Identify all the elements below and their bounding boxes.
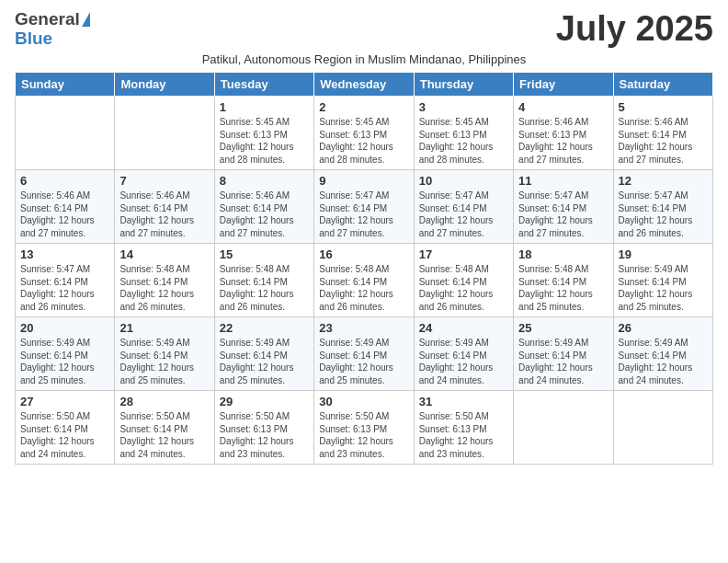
day-number: 14 [119, 247, 209, 261]
cell-info: Sunrise: 5:50 AM Sunset: 6:14 PM Dayligh… [119, 410, 209, 460]
calendar-cell: 7Sunrise: 5:46 AM Sunset: 6:14 PM Daylig… [115, 170, 214, 244]
cell-info: Sunrise: 5:49 AM Sunset: 6:14 PM Dayligh… [220, 337, 309, 386]
cell-info: Sunrise: 5:49 AM Sunset: 6:14 PM Dayligh… [619, 263, 708, 313]
cell-info: Sunrise: 5:46 AM Sunset: 6:14 PM Dayligh… [619, 116, 708, 166]
day-number: 24 [419, 321, 508, 335]
day-number: 27 [20, 395, 109, 408]
column-header-saturday: Saturday [613, 73, 712, 97]
day-number: 19 [619, 247, 708, 261]
day-number: 26 [619, 321, 708, 335]
calendar-cell: 19Sunrise: 5:49 AM Sunset: 6:14 PM Dayli… [613, 244, 712, 317]
calendar-cell: 31Sunrise: 5:50 AM Sunset: 6:13 PM Dayli… [414, 391, 513, 465]
cell-info: Sunrise: 5:47 AM Sunset: 6:14 PM Dayligh… [619, 190, 708, 239]
calendar-week-4: 20Sunrise: 5:49 AM Sunset: 6:14 PM Dayli… [16, 317, 713, 391]
cell-info: Sunrise: 5:48 AM Sunset: 6:14 PM Dayligh… [220, 263, 309, 313]
day-number: 5 [619, 100, 708, 114]
day-number: 10 [419, 174, 508, 188]
day-number: 21 [119, 321, 209, 335]
calendar-cell: 2Sunrise: 5:45 AM Sunset: 6:13 PM Daylig… [314, 97, 414, 170]
calendar-cell [514, 391, 613, 465]
calendar-cell: 12Sunrise: 5:47 AM Sunset: 6:14 PM Dayli… [613, 170, 712, 244]
column-header-sunday: Sunday [16, 73, 115, 97]
cell-info: Sunrise: 5:49 AM Sunset: 6:14 PM Dayligh… [119, 337, 209, 386]
cell-info: Sunrise: 5:49 AM Sunset: 6:14 PM Dayligh… [20, 337, 109, 386]
cell-info: Sunrise: 5:45 AM Sunset: 6:13 PM Dayligh… [220, 116, 309, 166]
cell-info: Sunrise: 5:48 AM Sunset: 6:14 PM Dayligh… [518, 263, 608, 313]
logo-blue-text: Blue [15, 29, 90, 49]
day-number: 28 [119, 395, 209, 408]
day-number: 2 [319, 100, 408, 114]
calendar-cell [115, 97, 214, 170]
day-number: 4 [518, 100, 608, 114]
day-number: 20 [20, 321, 109, 335]
day-number: 8 [220, 174, 309, 188]
cell-info: Sunrise: 5:46 AM Sunset: 6:14 PM Dayligh… [20, 190, 109, 239]
calendar-cell: 13Sunrise: 5:47 AM Sunset: 6:14 PM Dayli… [16, 244, 115, 317]
cell-info: Sunrise: 5:50 AM Sunset: 6:13 PM Dayligh… [220, 410, 309, 460]
day-number: 18 [518, 247, 608, 261]
column-header-thursday: Thursday [414, 73, 513, 97]
calendar-cell: 9Sunrise: 5:47 AM Sunset: 6:14 PM Daylig… [314, 170, 414, 244]
day-number: 9 [319, 174, 408, 188]
day-number: 17 [419, 247, 508, 261]
calendar-cell: 24Sunrise: 5:49 AM Sunset: 6:14 PM Dayli… [414, 317, 513, 391]
calendar-cell: 27Sunrise: 5:50 AM Sunset: 6:14 PM Dayli… [16, 391, 115, 465]
cell-info: Sunrise: 5:47 AM Sunset: 6:14 PM Dayligh… [518, 190, 608, 239]
calendar-cell: 6Sunrise: 5:46 AM Sunset: 6:14 PM Daylig… [16, 170, 115, 244]
calendar-cell: 25Sunrise: 5:49 AM Sunset: 6:14 PM Dayli… [514, 317, 613, 391]
calendar-cell: 29Sunrise: 5:50 AM Sunset: 6:13 PM Dayli… [214, 391, 313, 465]
month-title: July 2025 [556, 9, 713, 49]
calendar-cell [613, 391, 712, 465]
subtitle: Patikul, Autonomous Region in Muslim Min… [15, 52, 713, 66]
logo: General Blue [15, 10, 90, 49]
cell-info: Sunrise: 5:47 AM Sunset: 6:14 PM Dayligh… [20, 263, 109, 313]
calendar-cell: 5Sunrise: 5:46 AM Sunset: 6:14 PM Daylig… [613, 97, 712, 170]
calendar-cell: 4Sunrise: 5:46 AM Sunset: 6:13 PM Daylig… [514, 97, 613, 170]
cell-info: Sunrise: 5:50 AM Sunset: 6:13 PM Dayligh… [319, 410, 408, 460]
day-number: 23 [319, 321, 408, 335]
cell-info: Sunrise: 5:49 AM Sunset: 6:14 PM Dayligh… [419, 337, 508, 386]
cell-info: Sunrise: 5:45 AM Sunset: 6:13 PM Dayligh… [419, 116, 508, 166]
day-number: 29 [220, 395, 309, 408]
day-number: 13 [20, 247, 109, 261]
calendar-cell: 23Sunrise: 5:49 AM Sunset: 6:14 PM Dayli… [314, 317, 414, 391]
cell-info: Sunrise: 5:46 AM Sunset: 6:14 PM Dayligh… [220, 190, 309, 239]
calendar-cell: 30Sunrise: 5:50 AM Sunset: 6:13 PM Dayli… [314, 391, 414, 465]
header-row: SundayMondayTuesdayWednesdayThursdayFrid… [16, 73, 713, 97]
calendar-cell: 10Sunrise: 5:47 AM Sunset: 6:14 PM Dayli… [414, 170, 513, 244]
calendar-cell: 18Sunrise: 5:48 AM Sunset: 6:14 PM Dayli… [514, 244, 613, 317]
calendar-week-3: 13Sunrise: 5:47 AM Sunset: 6:14 PM Dayli… [16, 244, 713, 317]
page-header: General Blue July 2025 [15, 9, 713, 49]
day-number: 1 [220, 100, 309, 114]
cell-info: Sunrise: 5:48 AM Sunset: 6:14 PM Dayligh… [319, 263, 408, 313]
logo-triangle-icon [82, 12, 90, 27]
cell-info: Sunrise: 5:50 AM Sunset: 6:13 PM Dayligh… [419, 410, 508, 460]
calendar-cell: 20Sunrise: 5:49 AM Sunset: 6:14 PM Dayli… [16, 317, 115, 391]
day-number: 25 [518, 321, 608, 335]
day-number: 6 [20, 174, 109, 188]
calendar-table: SundayMondayTuesdayWednesdayThursdayFrid… [15, 72, 713, 465]
calendar-cell: 15Sunrise: 5:48 AM Sunset: 6:14 PM Dayli… [214, 244, 313, 317]
calendar-cell: 3Sunrise: 5:45 AM Sunset: 6:13 PM Daylig… [414, 97, 513, 170]
calendar-cell: 17Sunrise: 5:48 AM Sunset: 6:14 PM Dayli… [414, 244, 513, 317]
calendar-cell: 22Sunrise: 5:49 AM Sunset: 6:14 PM Dayli… [214, 317, 313, 391]
column-header-monday: Monday [115, 73, 214, 97]
calendar-week-1: 1Sunrise: 5:45 AM Sunset: 6:13 PM Daylig… [16, 97, 713, 170]
calendar-cell: 11Sunrise: 5:47 AM Sunset: 6:14 PM Dayli… [514, 170, 613, 244]
cell-info: Sunrise: 5:49 AM Sunset: 6:14 PM Dayligh… [619, 337, 708, 386]
cell-info: Sunrise: 5:48 AM Sunset: 6:14 PM Dayligh… [419, 263, 508, 313]
cell-info: Sunrise: 5:46 AM Sunset: 6:13 PM Dayligh… [518, 116, 608, 166]
day-number: 16 [319, 247, 408, 261]
day-number: 22 [220, 321, 309, 335]
day-number: 7 [119, 174, 209, 188]
cell-info: Sunrise: 5:47 AM Sunset: 6:14 PM Dayligh… [319, 190, 408, 239]
cell-info: Sunrise: 5:45 AM Sunset: 6:13 PM Dayligh… [319, 116, 408, 166]
cell-info: Sunrise: 5:46 AM Sunset: 6:14 PM Dayligh… [119, 190, 209, 239]
column-header-tuesday: Tuesday [214, 73, 313, 97]
cell-info: Sunrise: 5:47 AM Sunset: 6:14 PM Dayligh… [419, 190, 508, 239]
cell-info: Sunrise: 5:49 AM Sunset: 6:14 PM Dayligh… [319, 337, 408, 386]
day-number: 3 [419, 100, 508, 114]
column-header-friday: Friday [514, 73, 613, 97]
day-number: 30 [319, 395, 408, 408]
day-number: 31 [419, 395, 508, 408]
